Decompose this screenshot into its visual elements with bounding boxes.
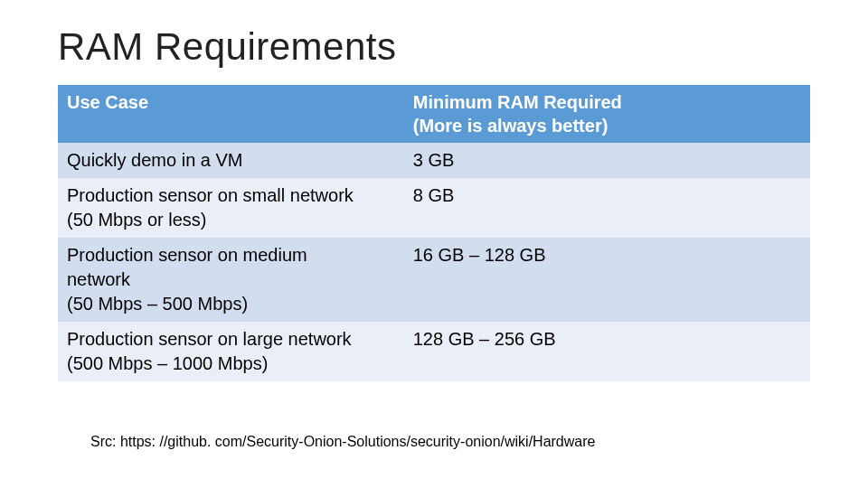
cell-text: 8 GB [413, 185, 455, 205]
cell-ram: 16 GB – 128 GB [404, 238, 810, 322]
cell-text: 128 GB – 256 GB [413, 329, 556, 349]
cell-text: (50 Mbps or less) [67, 210, 207, 230]
table-row: Production sensor on large network (500 … [58, 322, 810, 381]
header-use-case: Use Case [58, 85, 404, 143]
cell-text: Production sensor on medium [67, 245, 307, 265]
ram-requirements-table: Use Case Minimum RAM Required (More is a… [58, 85, 810, 381]
cell-use-case: Production sensor on large network (500 … [58, 322, 404, 381]
slide: RAM Requirements Use Case Minimum RAM Re… [0, 0, 868, 488]
cell-text: network [67, 269, 130, 289]
page-title: RAM Requirements [58, 25, 810, 69]
table-row: Production sensor on small network (50 M… [58, 178, 810, 238]
cell-text: (50 Mbps – 500 Mbps) [67, 294, 248, 314]
cell-text: Production sensor on small network [67, 185, 354, 205]
cell-ram: 8 GB [404, 178, 810, 238]
cell-use-case: Production sensor on medium network (50 … [58, 238, 404, 322]
cell-text: Production sensor on large network [67, 329, 352, 349]
cell-text: 3 GB [413, 150, 455, 170]
header-min-ram: Minimum RAM Required (More is always bet… [404, 85, 810, 143]
cell-text: (500 Mbps – 1000 Mbps) [67, 353, 268, 373]
cell-ram: 128 GB – 256 GB [404, 322, 810, 381]
cell-text: 16 GB – 128 GB [413, 245, 546, 265]
cell-use-case: Quickly demo in a VM [58, 143, 404, 178]
header-min-ram-line2: (More is always better) [413, 116, 609, 136]
table-header-row: Use Case Minimum RAM Required (More is a… [58, 85, 810, 143]
cell-use-case: Production sensor on small network (50 M… [58, 178, 404, 238]
header-use-case-text: Use Case [67, 92, 148, 112]
header-min-ram-line1: Minimum RAM Required [413, 92, 622, 112]
source-citation: Src: https: //github. com/Security-Onion… [90, 434, 595, 450]
cell-text: Quickly demo in a VM [67, 150, 243, 170]
cell-ram: 3 GB [404, 143, 810, 178]
table-row: Production sensor on medium network (50 … [58, 238, 810, 322]
table-row: Quickly demo in a VM 3 GB [58, 143, 810, 178]
